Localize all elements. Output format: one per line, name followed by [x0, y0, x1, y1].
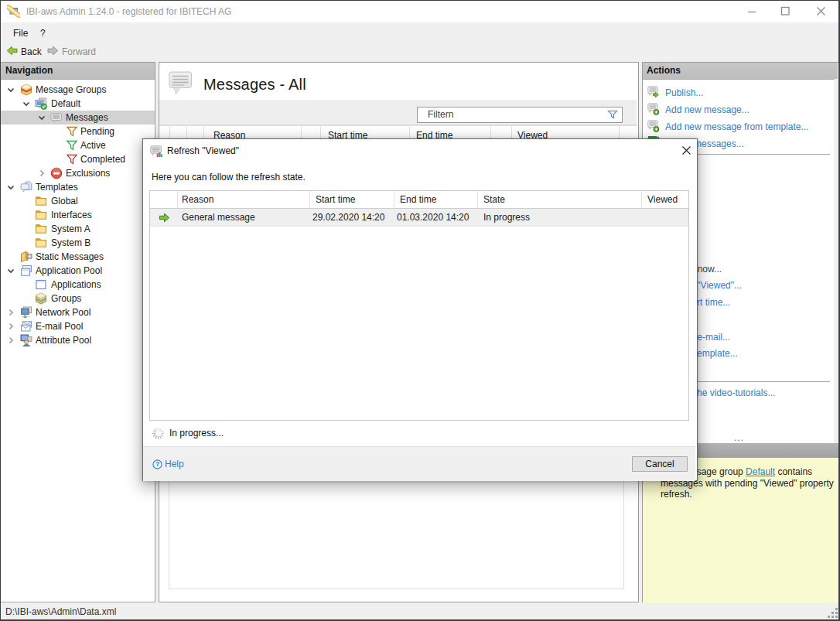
svg-text:?: ?: [155, 460, 159, 468]
